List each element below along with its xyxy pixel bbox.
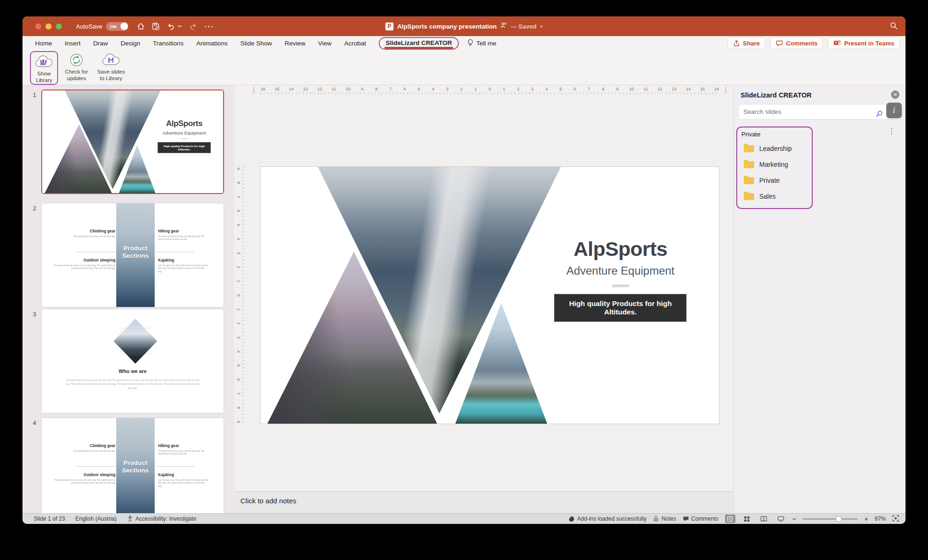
home-icon[interactable] [137,22,145,30]
notes-toggle[interactable]: Notes [653,515,676,522]
accessibility-status[interactable]: Accessibility: Investigate [127,515,196,522]
horizontal-ruler: 1615141312111098765432101234567891011121… [260,87,719,94]
zoom-slider-knob[interactable] [836,516,842,522]
notes-icon [653,516,659,522]
tell-me-control[interactable]: Tell me [467,39,496,48]
addin-toolbar: Show Library Check for updates Save slid… [22,50,906,85]
reading-view-button[interactable] [759,515,769,523]
slide-position[interactable]: Slide 1 of 23 [34,515,65,522]
window-controls [35,23,62,30]
cloud-library-icon [34,55,54,68]
zoom-out-button[interactable]: − [793,515,796,523]
check-updates-button[interactable]: Check for updates [59,50,94,82]
slide-title[interactable]: AlpSports [522,238,719,261]
close-panel-icon[interactable]: ✕ [891,90,899,99]
tab-slide-show[interactable]: Slide Show [240,40,272,47]
tab-view[interactable]: View [318,40,331,47]
folder-icon [744,161,754,168]
thumbnail-slide-1[interactable]: AlpSports Adventure Equipment High quali… [41,90,224,194]
zoom-percentage[interactable]: 97% [875,515,886,522]
tab-design[interactable]: Design [120,40,140,47]
tab-draw[interactable]: Draw [93,40,108,47]
section-menu-icon[interactable]: ⋮ [888,130,893,133]
show-library-line2: Library [36,77,52,84]
addins-icon [569,516,575,522]
tab-animations[interactable]: Animations [196,40,228,47]
title-bar: AutoSave ON ··· P AlpSports c [22,16,906,36]
tab-transitions[interactable]: Transitions [153,40,184,47]
saved-chevron-icon[interactable]: ▾ [540,24,543,29]
comments-icon [683,516,689,522]
folder-marketing[interactable]: Marketing [744,158,788,171]
notes-pane[interactable]: Click to add notes [234,491,733,513]
comments-toggle[interactable]: Comments [683,515,718,522]
more-commands-icon[interactable]: ··· [204,22,214,30]
private-section-label: Private [741,131,760,138]
thumbnail-slide-3[interactable]: Who we are The quick brown fox jumps ove… [41,309,224,413]
search-icon[interactable] [890,22,898,32]
folder-private[interactable]: Private [744,174,780,187]
undo-icon[interactable] [167,22,175,30]
folder-icon [744,145,754,152]
undo-dropdown-chevron-icon[interactable] [178,25,182,28]
who-we-are-body: The quick brown fox jumps over the lazy … [64,379,202,390]
toggle-knob [120,22,128,30]
show-library-button[interactable]: Show Library [31,52,57,84]
slideshow-view-button[interactable] [776,515,786,523]
slide-sorter-view-button[interactable] [742,515,752,523]
save-slides-line1: Save slides [97,69,125,75]
show-library-outline: Show Library [30,51,58,85]
thumbnail-slide-2[interactable]: ProductSections Climbing gearThe quick b… [41,203,224,307]
who-we-are-title: Who we are [42,368,224,374]
divider [612,284,629,287]
tab-insert[interactable]: Insert [65,40,81,47]
comments-button[interactable]: Comments [770,37,823,49]
zoom-window-button[interactable] [56,23,62,30]
save-slides-button[interactable]: Save slides to Library [94,50,128,82]
powerpoint-app-icon: P [385,22,393,30]
folder-label: Private [759,177,780,184]
notes-placeholder: Click to add notes [240,497,296,505]
folder-leadership[interactable]: Leadership [744,142,792,155]
thumbnail-number: 1 [33,91,36,98]
thumbnail-slide-4[interactable]: ProductSections Climbing gearThe quick b… [41,418,224,513]
fit-to-window-button[interactable] [892,515,899,523]
save-icon[interactable] [152,22,160,30]
share-button[interactable]: Share [727,37,765,49]
lightbulb-icon [467,39,473,48]
info-button[interactable]: i [886,103,902,118]
tab-slidelizard-creator[interactable]: SlideLizard CREATOR [379,37,459,50]
vertical-ruler: 9876543210123456789 [236,166,243,424]
folder-label: Leadership [759,145,792,152]
cloud-save-icon [101,53,121,67]
show-library-line1: Show [37,71,51,77]
document-title: AlpSports company presentation [397,23,496,30]
main-slide-canvas[interactable]: AlpSports Adventure Equipment High quali… [260,166,719,424]
zoom-slider[interactable] [802,518,858,520]
tab-review[interactable]: Review [284,40,305,47]
tab-acrobat[interactable]: Acrobat [344,40,367,47]
check-updates-line2: updates [67,75,86,82]
accessibility-label: Accessibility: Investigate [135,515,196,522]
slide-subtitle[interactable]: Adventure Equipment [522,264,719,277]
language-indicator[interactable]: English (Austria) [75,515,117,522]
slide-title: AlpSports [145,119,223,128]
tab-home[interactable]: Home [35,40,52,47]
autosave-toggle[interactable]: ON [106,22,128,31]
slide-tagline[interactable]: High quality Products for high Altitudes… [554,294,687,322]
minimize-window-button[interactable] [45,23,52,30]
thumbnail-number: 2 [33,205,36,212]
zoom-in-button[interactable]: + [864,515,868,523]
diamond-mountain-photo [113,319,157,364]
present-in-teams-label: Present in Teams [844,40,894,47]
present-in-teams-button[interactable]: T Present in Teams [828,37,900,49]
normal-view-button[interactable] [725,515,735,523]
search-slides-input[interactable] [739,108,870,115]
svg-text:T: T [835,41,838,45]
slide-editor-area: 1615141312111098765432101234567891011121… [234,85,733,513]
folder-sales[interactable]: Sales [744,190,776,202]
redo-icon[interactable] [189,22,197,30]
close-window-button[interactable] [35,23,41,30]
slide-subtitle: Adventure Equipment [145,130,223,135]
slide-tagline: High quality Products for high Altitudes… [157,142,211,154]
